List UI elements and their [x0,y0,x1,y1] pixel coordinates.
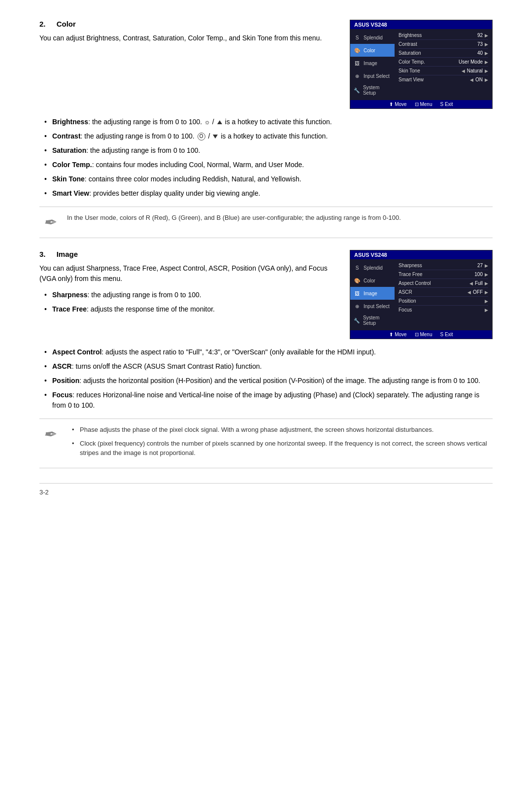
color-icon-2: 🎨 [353,277,361,284]
section-2-layout: 2. Color You can adjust Brightness, Cont… [39,20,493,109]
note-bullet-phase: Phase adjusts the phase of the pixel clo… [72,425,493,435]
triangle-down-icon [213,135,218,139]
menu-color-temp: Color Temp. User Mode ▶ [399,58,488,67]
bullet-skin-tone: Skin Tone: contains three color modes in… [44,174,493,184]
section-2-title: Color [57,20,76,28]
menu-contrast: Contrast 73 ▶ [399,40,488,49]
bullet-ascr: ASCR: turns on/off the ASCR (ASUS Smart … [44,361,493,372]
sidebar-input-2: ⊕ Input Select [350,300,395,313]
menu-trace-free: Trace Free 100 ▶ [399,270,488,279]
section-3-layout: 3. Image You can adjust Sharpness, Trace… [39,250,493,339]
bullet-saturation: Saturation: the adjusting range is from … [44,145,493,156]
sidebar-image: 🖼 Image [350,57,395,70]
section-3-intro: You can adjust Sharpness, Trace Free, As… [39,263,335,284]
section-2-bullets: Brightness: the adjusting range is from … [44,117,493,199]
osd-image-content: Sharpness 27 ▶ Trace Free 100 ▶ Aspect C… [395,259,492,330]
menu-skin-tone: Skin Tone ◀ Natural ▶ [399,67,488,75]
menu-brightness: Brightness 92 ▶ [399,31,488,40]
menu-focus: Focus ▶ [399,306,488,314]
section-2-osd: ASUS VS248 S Splendid 🎨 Color 🖼 [350,20,493,109]
section-2-number: 2. [39,20,46,28]
page-footer: 3-2 [39,483,493,496]
triangle-up-icon [217,120,222,124]
osd-color: ASUS VS248 S Splendid 🎨 Color 🖼 [350,20,493,109]
bullet-sharpness-short: Sharpness: the adjusting range is from 0… [44,290,335,300]
menu-ascr: ASCR ◀ OFF ▶ [399,288,488,297]
section-2: 2. Color You can adjust Brightness, Cont… [39,20,493,238]
osd-image-sidebar: S Splendid 🎨 Color 🖼 Image ⊕ [350,259,395,330]
bullet-smart-view: Smart View: provides better display qual… [44,188,493,199]
bullet-color-temp: Color Temp.: contains four modes includi… [44,160,493,170]
image-icon-2: 🖼 [353,289,361,297]
osd-image-title: ASUS VS248 [350,250,492,259]
section-3-text: 3. Image You can adjust Sharpness, Trace… [39,250,335,318]
bullet-position: Position: adjusts the horizontal positio… [44,376,493,386]
section-3-title: Image [57,250,78,258]
osd-image: ASUS VS248 S Splendid 🎨 Color 🖼 [350,250,493,339]
circle-icon: O [198,133,205,140]
section-2-text: 2. Color You can adjust Brightness, Cont… [39,20,335,49]
image-icon: 🖼 [353,59,361,67]
menu-aspect-control: Aspect Control ◀ Full ▶ [399,279,488,288]
menu-position: Position ▶ [399,297,488,306]
note-image: ✒ Phase adjusts the phase of the pixel c… [39,418,493,468]
bullet-focus: Focus: reduces Horizonal-line noise and … [44,390,493,411]
note-color: ✒ In the User mode, colors of R (Red), G… [39,207,493,238]
section-3-bullets-full: Aspect Control: adjusts the aspect ratio… [44,347,493,411]
input-icon: ⊕ [353,72,361,80]
note-icon-color: ✒ [39,213,59,232]
section-3-osd: ASUS VS248 S Splendid 🎨 Color 🖼 [350,250,493,339]
sidebar-input: ⊕ Input Select [350,70,395,82]
page-number: 3-2 [39,488,49,496]
section-2-header: 2. Color [39,20,335,28]
section-3-header: 3. Image [39,250,335,258]
bullet-contrast: Contrast: the adjusting range is from 0 … [44,131,493,141]
sidebar-color-2: 🎨 Color [350,274,395,287]
sidebar-image-2: 🖼 Image [350,287,395,300]
input-icon-2: ⊕ [353,302,361,310]
osd-color-content: Brightness 92 ▶ Contrast 73 ▶ Saturation… [395,29,492,100]
osd-color-title: ASUS VS248 [350,20,492,29]
menu-saturation: Saturation 40 ▶ [399,49,488,58]
system-icon-2: 🔧 [353,316,361,324]
splendid-icon: S [353,34,361,41]
sidebar-splendid-2: S Splendid [350,261,395,274]
section-3: 3. Image You can adjust Sharpness, Trace… [39,250,493,468]
note-text-image: Phase adjusts the phase of the pixel clo… [67,425,493,462]
bullet-aspect-control: Aspect Control: adjusts the aspect ratio… [44,347,493,357]
note-text-color: In the User mode, colors of R (Red), G (… [67,213,401,223]
sidebar-system-2: 🔧 System Setup [350,313,395,328]
osd-image-body: S Splendid 🎨 Color 🖼 Image ⊕ [350,259,492,330]
osd-color-sidebar: S Splendid 🎨 Color 🖼 Image ⊕ [350,29,395,100]
osd-image-footer: ⬆ Move ⊡ Menu S Exit [350,330,492,339]
bullet-trace-free-short: Trace Free: adjusts the response time of… [44,304,335,314]
note-icon-image: ✒ [39,425,59,444]
section-2-intro: You can adjust Brightness, Contrast, Sat… [39,33,335,43]
osd-color-footer: ⬆ Move ⊡ Menu S Exit [350,100,492,108]
section-3-number: 3. [39,250,46,258]
bullet-brightness: Brightness: the adjusting range is from … [44,117,493,127]
sidebar-system: 🔧 System Setup [350,82,395,98]
note-bullet-clock: Clock (pixel frequency) controls the num… [72,439,493,458]
menu-smart-view: Smart View ◀ ON ▶ [399,75,488,84]
color-icon: 🎨 [353,46,361,54]
section-3-bullets-short: Sharpness: the adjusting range is from 0… [44,290,335,314]
osd-color-body: S Splendid 🎨 Color 🖼 Image ⊕ [350,29,492,100]
splendid-icon-2: S [353,264,361,272]
sidebar-splendid: S Splendid [350,31,395,44]
menu-sharpness: Sharpness 27 ▶ [399,261,488,270]
sidebar-color: 🎨 Color [350,44,395,57]
system-icon: 🔧 [353,86,361,94]
